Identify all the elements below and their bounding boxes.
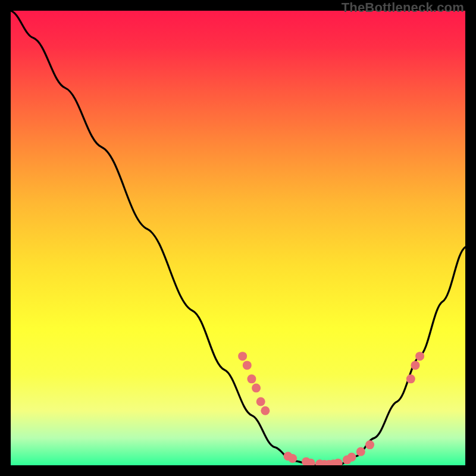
data-marker [252,384,261,393]
data-marker [247,374,256,383]
data-marker [261,406,270,415]
chart-frame [11,11,465,465]
chart-svg [11,11,465,465]
bottleneck-curve [11,11,465,465]
data-markers [238,352,424,465]
data-marker [243,361,252,369]
attribution-label: TheBottleneck.com [342,0,464,15]
data-marker [356,447,365,456]
data-marker [347,453,356,462]
data-marker [256,397,265,406]
data-marker [288,454,297,463]
data-marker [406,374,415,383]
data-marker [411,361,419,369]
data-marker [365,440,374,449]
data-marker [415,352,424,361]
data-marker [238,352,247,361]
data-marker [334,459,343,465]
